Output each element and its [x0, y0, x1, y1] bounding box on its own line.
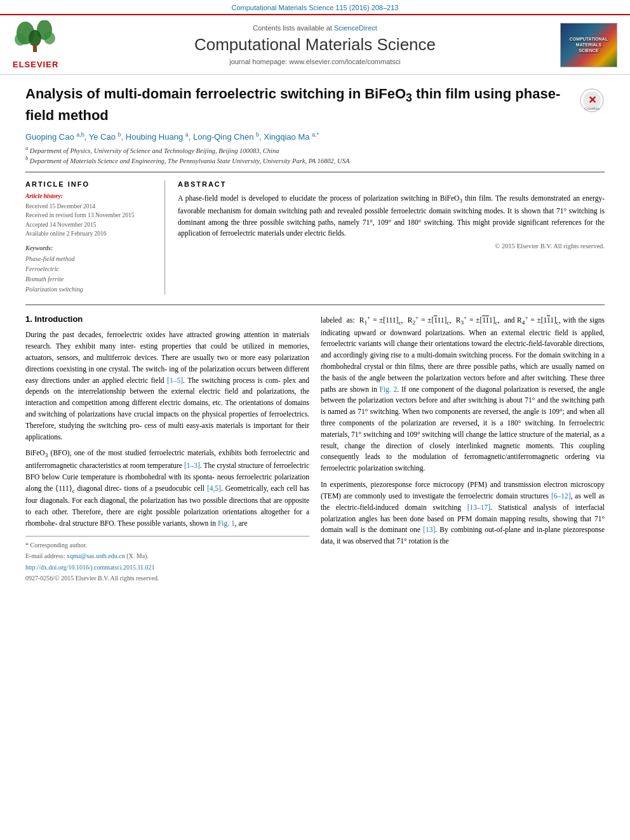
received-date: Received 15 December 2014 [25, 202, 155, 211]
svg-point-4 [15, 33, 26, 46]
affiliations: a Department of Physics, University of S… [25, 145, 605, 164]
journal-header: ELSEVIER Contents lists available at Sci… [0, 14, 630, 75]
svg-text:✕: ✕ [588, 95, 596, 105]
svg-point-5 [44, 32, 55, 44]
intro-paragraph-2: BiFeO3 (BFO), one of the most studied fe… [25, 448, 309, 529]
article-info-abstract-section: ARTICLE INFO Article history: Received 1… [25, 171, 605, 295]
fig2-link[interactable]: Fig. 2 [380, 385, 398, 393]
sciencedirect-link[interactable]: ScienceDirect [334, 24, 377, 32]
ref-4-5[interactable]: [4,5] [207, 484, 221, 492]
affiliation-b: b Department of Materials Science and En… [25, 156, 605, 164]
ref-1-3[interactable]: [1–3] [184, 462, 200, 469]
svg-rect-3 [33, 44, 37, 52]
article-history-label: Article history: [25, 193, 155, 199]
abstract-text: A phase-field model is developed to eluc… [178, 193, 605, 239]
body-left-column: 1. Introduction During the past decades,… [25, 313, 309, 584]
intro-paragraph-1: During the past decades, ferroelectric o… [25, 330, 309, 443]
body-columns: 1. Introduction During the past decades,… [25, 304, 605, 584]
paper-title: Analysis of multi-domain ferroelectric s… [25, 84, 570, 125]
email-note: E-mail address: xqma@sas.ustb.edu.cn (X.… [25, 551, 309, 561]
right-paragraph-1: labeled as: R1+ = ±[111]c, R2+ = ±[111]c… [321, 313, 605, 474]
body-right-column: labeled as: R1+ = ±[111]c, R2+ = ±[111]c… [321, 313, 605, 584]
keywords-section: Keywords: Phase-field method Ferroelectr… [25, 244, 155, 295]
crossmark-icon: ✕ CrossMark [579, 88, 605, 113]
article-info-column: ARTICLE INFO Article history: Received 1… [25, 180, 165, 295]
journal-title-block: Contents lists available at ScienceDirec… [83, 24, 547, 65]
ref-1-5[interactable]: [1–5] [167, 377, 183, 384]
svg-point-2 [29, 30, 41, 46]
online-date: Available online 2 February 2016 [25, 229, 155, 238]
right-paragraph-2: In experiments, piezoresponse force micr… [321, 479, 605, 547]
article-history-dates: Received 15 December 2014 Received in re… [25, 202, 155, 238]
main-content: Analysis of multi-domain ferroelectric s… [0, 75, 630, 597]
email-link[interactable]: xqma@sas.ustb.edu.cn [67, 552, 125, 559]
article-info-heading: ARTICLE INFO [25, 180, 155, 188]
elsevier-tree-icon [13, 20, 57, 55]
footnote-area: * Corresponding author. E-mail address: … [25, 536, 309, 583]
fig1-link[interactable]: Fig. 1 [218, 519, 235, 527]
keywords-list: Phase-field method Ferroelectric Bismuth… [25, 254, 155, 295]
issn-note: 0927-0256/© 2015 Elsevier B.V. All right… [25, 573, 309, 583]
revised-date: Received in revised form 13 November 201… [25, 211, 155, 220]
corresponding-note: * Corresponding author. [25, 540, 309, 550]
keywords-label: Keywords: [25, 244, 155, 251]
intro-heading: 1. Introduction [25, 313, 309, 326]
ref-6-12[interactable]: [6–12] [551, 492, 571, 500]
journal-main-title: Computational Materials Science [83, 35, 547, 55]
accepted-date: Accepted 14 November 2015 [25, 220, 155, 229]
journal-reference: Computational Materials Science 115 (201… [0, 0, 630, 14]
abstract-heading: ABSTRACT [178, 180, 605, 188]
elsevier-logo: ELSEVIER [13, 20, 70, 69]
copyright-text: © 2015 Elsevier B.V. All rights reserved… [178, 243, 605, 250]
cms-journal-logo: COMPUTATIONALMATERIALSSCIENCE [560, 23, 617, 67]
affiliation-a: a Department of Physics, University of S… [25, 145, 605, 154]
elsevier-brand-text: ELSEVIER [13, 60, 70, 69]
abstract-column: ABSTRACT A phase-field model is develope… [178, 180, 605, 295]
ref-13-17[interactable]: [13–17] [467, 503, 490, 511]
journal-homepage: journal homepage: www.elsevier.com/locat… [83, 58, 547, 65]
ref-13[interactable]: [13] [423, 526, 435, 533]
sciencedirect-line: Contents lists available at ScienceDirec… [83, 24, 547, 32]
doi-note: http://dx.doi.org/10.1016/j.commatsci.20… [25, 563, 309, 573]
doi-link[interactable]: http://dx.doi.org/10.1016/j.commatsci.20… [25, 564, 155, 571]
paper-title-row: Analysis of multi-domain ferroelectric s… [25, 84, 605, 125]
authors-line: Guoping Cao a,b, Ye Cao b, Houbing Huang… [25, 131, 605, 142]
svg-text:CrossMark: CrossMark [584, 107, 600, 110]
